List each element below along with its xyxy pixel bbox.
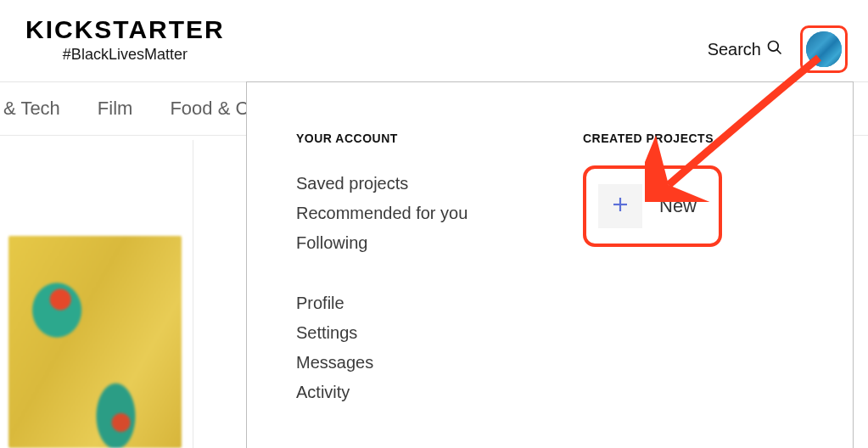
search-label: Search — [708, 40, 761, 59]
nav-item-film[interactable]: Film — [98, 98, 133, 120]
menu-profile[interactable]: Profile — [296, 288, 524, 318]
plus-icon — [610, 194, 630, 218]
svg-line-1 — [777, 49, 781, 53]
new-project-highlight: New — [583, 165, 722, 247]
avatar-button[interactable] — [806, 31, 842, 67]
account-heading: YOUR ACCOUNT — [296, 132, 524, 145]
brand-block: KICKSTARTER #BlackLivesMatter — [25, 15, 225, 64]
new-project-label[interactable]: New — [659, 195, 697, 217]
nav-item-food[interactable]: Food & Cr — [170, 98, 255, 120]
menu-saved-projects[interactable]: Saved projects — [296, 169, 524, 199]
account-dropdown: YOUR ACCOUNT Saved projects Recommended … — [246, 81, 854, 448]
menu-settings[interactable]: Settings — [296, 318, 524, 348]
header: KICKSTARTER #BlackLivesMatter Search — [0, 0, 868, 81]
search-icon — [766, 39, 783, 60]
menu-messages[interactable]: Messages — [296, 348, 524, 378]
svg-point-0 — [769, 41, 779, 51]
project-thumbnail[interactable] — [8, 236, 182, 448]
logo[interactable]: KICKSTARTER — [25, 15, 225, 44]
created-column: CREATED PROJECTS New — [583, 132, 810, 423]
account-list-1: Saved projects Recommended for you Follo… — [296, 169, 524, 258]
header-right: Search — [708, 25, 848, 73]
menu-recommended[interactable]: Recommended for you — [296, 199, 524, 228]
search-link[interactable]: Search — [708, 39, 783, 60]
column-divider — [193, 140, 193, 448]
avatar-highlight — [800, 25, 848, 73]
account-column: YOUR ACCOUNT Saved projects Recommended … — [296, 132, 524, 423]
tagline[interactable]: #BlackLivesMatter — [63, 46, 188, 64]
account-list-2: Profile Settings Messages Activity — [296, 288, 524, 407]
menu-following[interactable]: Following — [296, 228, 524, 258]
menu-activity[interactable]: Activity — [296, 378, 524, 407]
created-heading: CREATED PROJECTS — [583, 132, 810, 145]
nav-item-tech[interactable]: & Tech — [3, 98, 60, 120]
new-project-button[interactable] — [598, 184, 642, 228]
